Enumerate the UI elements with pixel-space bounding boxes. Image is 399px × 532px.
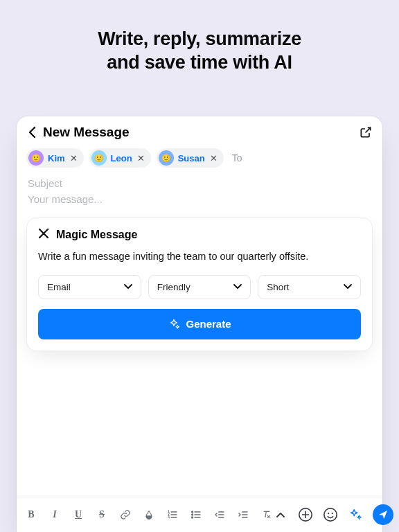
avatar: 🙂 xyxy=(28,150,44,166)
recipient-name: Susan xyxy=(178,153,205,163)
add-plus-icon[interactable] xyxy=(298,507,313,522)
magic-title: Magic Message xyxy=(56,229,137,241)
recipients-row: 🙂 Kim ✕ 🙂 Leon ✕ 🙂 Susan ✕ To xyxy=(17,144,382,173)
avatar: 🙂 xyxy=(159,150,174,166)
link-button[interactable] xyxy=(119,508,132,521)
chevron-down-icon xyxy=(233,284,242,290)
recipient-chip[interactable]: 🙂 Kim ✕ xyxy=(26,148,84,168)
open-external-icon[interactable] xyxy=(359,125,373,139)
hero-line-2: and save time with AI xyxy=(21,51,378,75)
select-type-value: Email xyxy=(47,282,71,292)
svg-point-7 xyxy=(324,508,337,521)
compose-window: New Message 🙂 Kim ✕ 🙂 Leon ✕ 🙂 Susan ✕ T… xyxy=(17,116,382,532)
svg-point-4 xyxy=(192,514,193,515)
magic-sparkle-icon[interactable] xyxy=(348,507,363,522)
window-header: New Message xyxy=(17,116,382,144)
message-body-input[interactable]: Your message... xyxy=(17,192,382,208)
hero-line-1: Write, reply, summarize xyxy=(21,28,378,51)
magic-selects-row: Email Friendly Short xyxy=(38,275,361,299)
recipient-name: Leon xyxy=(111,153,132,163)
window-title: New Message xyxy=(43,125,353,140)
sparkle-icon xyxy=(168,318,180,330)
bullet-list-button[interactable] xyxy=(190,508,202,521)
back-chevron-icon[interactable] xyxy=(26,125,37,139)
svg-text:3: 3 xyxy=(168,515,170,519)
outdent-button[interactable] xyxy=(213,508,226,521)
select-length[interactable]: Short xyxy=(258,275,361,299)
svg-point-5 xyxy=(192,517,193,518)
recipient-chip[interactable]: 🙂 Leon ✕ xyxy=(89,148,151,168)
generate-label: Generate xyxy=(186,318,231,330)
recipient-chip[interactable]: 🙂 Susan ✕ xyxy=(157,148,224,168)
select-tone-value: Friendly xyxy=(157,282,190,292)
bold-button[interactable]: B xyxy=(25,508,37,521)
clear-format-button[interactable] xyxy=(260,508,273,521)
magic-prompt-text[interactable]: Write a fun message inviting the team to… xyxy=(38,250,361,264)
close-icon[interactable] xyxy=(38,228,49,242)
subject-input[interactable]: Subject xyxy=(17,173,382,192)
send-icon xyxy=(378,509,389,520)
to-label: To xyxy=(229,152,242,163)
avatar: 🙂 xyxy=(91,150,107,166)
svg-point-9 xyxy=(332,513,333,514)
indent-button[interactable] xyxy=(237,508,249,521)
ink-drop-icon[interactable] xyxy=(143,508,155,521)
send-button[interactable] xyxy=(373,504,393,525)
svg-point-8 xyxy=(328,513,329,514)
generate-button[interactable]: Generate xyxy=(38,309,361,339)
select-length-value: Short xyxy=(267,282,289,292)
chevron-down-icon xyxy=(124,284,132,290)
svg-point-3 xyxy=(192,511,193,513)
strikethrough-button[interactable]: S xyxy=(96,508,108,521)
emoji-icon[interactable] xyxy=(323,507,338,522)
select-tone[interactable]: Friendly xyxy=(148,275,251,299)
remove-recipient-icon[interactable]: ✕ xyxy=(136,153,145,163)
underline-button[interactable]: U xyxy=(72,508,85,521)
format-toolbar: B I U S 123 xyxy=(17,497,382,532)
italic-button[interactable]: I xyxy=(48,508,61,521)
recipient-name: Kim xyxy=(48,153,65,163)
hero-headline: Write, reply, summarize and save time wi… xyxy=(0,0,399,96)
magic-message-card: Magic Message Write a fun message inviti… xyxy=(26,218,373,351)
collapse-up-icon[interactable] xyxy=(273,507,288,522)
remove-recipient-icon[interactable]: ✕ xyxy=(209,153,218,163)
select-type[interactable]: Email xyxy=(38,275,141,299)
chevron-down-icon xyxy=(344,284,352,290)
remove-recipient-icon[interactable]: ✕ xyxy=(69,153,78,163)
ordered-list-button[interactable]: 123 xyxy=(166,508,179,521)
